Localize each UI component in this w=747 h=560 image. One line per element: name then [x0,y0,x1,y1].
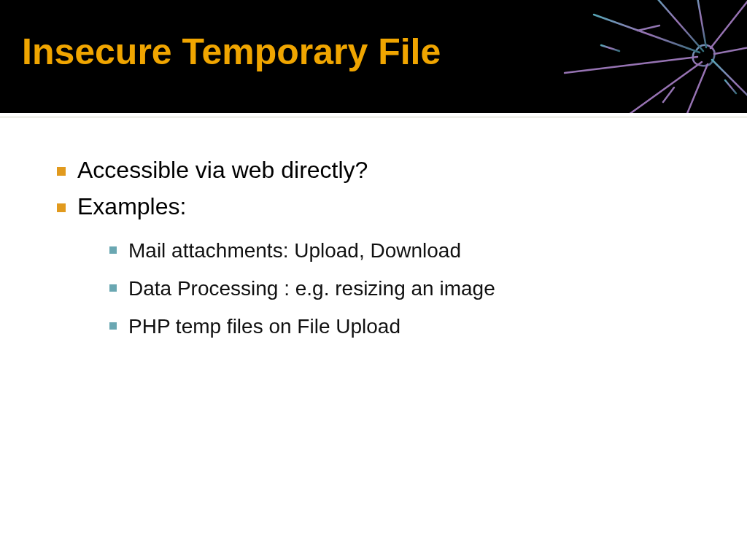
sub-bullet-item: PHP temp files on File Upload [77,308,708,346]
slide-header: Insecure Temporary File [0,0,747,113]
slide: Insecure Temporary File [0,0,747,560]
slide-title: Insecure Temporary File [22,31,441,73]
sub-bullet-item: Mail attachments: Upload, Download [77,232,708,270]
slide-body: Accessible via web directly? Examples: M… [0,117,747,346]
bullet-item: Examples: Mail attachments: Upload, Down… [53,189,708,346]
sub-bullet-text: PHP temp files on File Upload [128,315,400,338]
sub-bullet-item: Data Processing : e.g. resizing an image [77,270,708,308]
sub-bullet-text: Mail attachments: Upload, Download [128,239,461,262]
bullet-list-level1: Accessible via web directly? Examples: M… [53,152,708,346]
bullet-text: Accessible via web directly? [77,157,368,183]
shatter-icon [550,0,747,113]
sub-bullet-text: Data Processing : e.g. resizing an image [128,277,495,300]
bullet-item: Accessible via web directly? [53,152,708,189]
bullet-text: Examples: [77,193,186,219]
bullet-list-level2: Mail attachments: Upload, Download Data … [77,232,708,345]
